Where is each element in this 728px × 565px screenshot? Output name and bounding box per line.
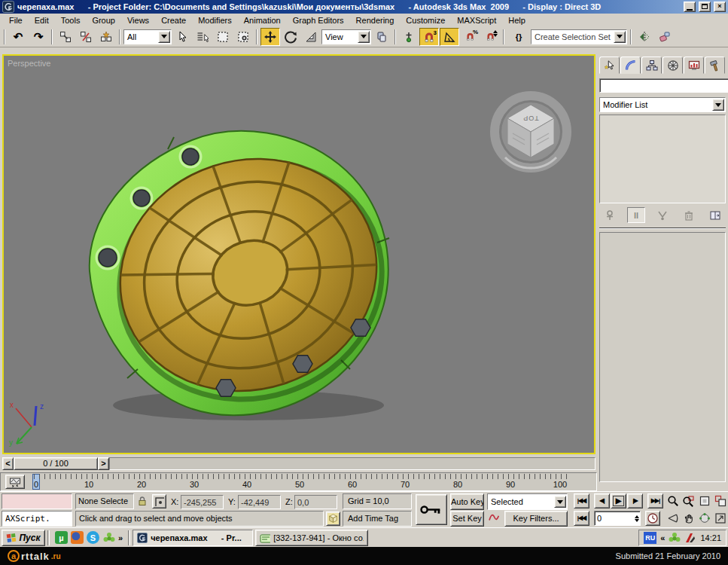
key-filters-button[interactable]: Key Filters... [504,511,568,527]
object-name-field[interactable] [599,78,728,93]
quick-launch-overflow-chevron[interactable]: » [118,533,123,542]
arc-rotate-button[interactable] [697,511,712,526]
set-key-button[interactable]: Set Key [450,511,484,527]
viewcube[interactable]: TOP [488,89,574,176]
tab-motion[interactable] [663,56,683,74]
toolbar-drag-handle[interactable] [4,29,5,44]
track-bar[interactable]: 0 10 20 30 40 50 60 70 80 90 100 [0,472,597,491]
tab-display[interactable] [684,56,704,74]
configure-modifier-sets-button[interactable] [706,207,724,223]
make-unique-button[interactable] [653,207,672,223]
selection-lock-toggle[interactable] [136,495,148,508]
zoom-button[interactable] [666,493,681,508]
mirror-button[interactable] [635,28,654,46]
language-indicator[interactable]: RU [644,532,656,544]
redo-button[interactable]: ↷ [29,28,48,46]
close-button[interactable]: × [714,2,726,12]
menu-graph-editors[interactable]: Graph Editors [287,15,350,26]
dropdown-arrow-icon[interactable] [712,99,724,111]
select-and-move-button[interactable] [260,28,280,46]
field-of-view-button[interactable] [666,511,681,526]
auto-key-button[interactable]: Auto Key [450,493,484,510]
restore-button[interactable] [699,2,711,12]
next-frame-button[interactable]: |▶ [627,493,643,508]
next-frame-arrow[interactable]: > [98,457,109,470]
menu-edit[interactable]: Edit [29,15,55,26]
dropdown-arrow-icon[interactable] [358,31,370,43]
align-button[interactable] [655,28,675,46]
absolute-mode-transform-button[interactable] [152,494,166,508]
selection-filter-dropdown[interactable]: All [123,29,172,44]
x-coordinate-field[interactable]: -245,255 [181,495,224,509]
kaspersky-tray-icon[interactable] [684,532,696,544]
select-object-button[interactable] [172,28,192,46]
reference-coordinate-system-dropdown[interactable]: View [321,29,371,44]
frame-spinner[interactable] [635,515,639,522]
select-and-rotate-button[interactable] [281,28,300,46]
tab-create[interactable] [599,56,620,74]
go-to-end-button[interactable]: ▶▶| [647,493,663,508]
task-button-3dsmax[interactable]: черепаха.max - Pr... [133,530,253,546]
utorrent-icon[interactable]: µ [55,531,68,544]
key-selection-dropdown[interactable]: Selected [487,493,568,510]
pan-view-button[interactable] [681,511,696,526]
default-in-out-tangent-button[interactable] [488,512,501,526]
start-button[interactable]: Пуск [2,530,45,546]
y-coordinate-field[interactable]: -42,449 [238,495,281,509]
add-time-tag[interactable]: Add Time Tag [343,511,412,527]
tray-collapse-chevron[interactable]: « [660,533,665,542]
play-button[interactable]: ▶ [611,493,626,508]
select-by-name-button[interactable] [193,28,212,46]
icq-tray-icon[interactable] [669,532,681,544]
menu-create[interactable]: Create [155,15,192,26]
modifier-list-dropdown[interactable]: Modifier List [599,97,726,112]
select-and-scale-button[interactable] [301,28,321,46]
pin-stack-button[interactable] [601,207,619,223]
z-coordinate-field[interactable]: 0,0 [294,495,337,509]
show-end-result-button[interactable]: II [627,207,645,223]
dropdown-arrow-icon[interactable] [158,31,170,43]
percent-snap-toggle-button[interactable]: % [460,28,480,46]
rectangular-selection-region-button[interactable] [213,28,233,46]
previous-frame-button[interactable]: ◀| [594,493,610,508]
menu-tools[interactable]: Tools [55,15,87,26]
menu-group[interactable]: Group [86,15,121,26]
menu-help[interactable]: Help [502,15,532,26]
unlink-selection-button[interactable] [76,28,96,46]
menu-animation[interactable]: Animation [238,15,287,26]
maxscript-macro-recorder[interactable] [2,493,72,509]
bind-to-space-warp-button[interactable] [96,28,116,46]
tab-modify[interactable] [620,56,641,74]
isolate-cube-button[interactable] [326,512,340,526]
use-pivot-point-center-button[interactable] [372,28,391,46]
icq-flower-icon[interactable] [102,531,115,544]
current-frame-field[interactable] [595,514,628,523]
firefox-icon[interactable] [71,531,84,544]
tab-hierarchy[interactable] [641,56,662,74]
select-and-link-button[interactable] [56,28,75,46]
rollout-area[interactable] [599,232,726,482]
modifier-stack-list[interactable] [599,115,726,203]
remove-modifier-button[interactable] [680,207,698,223]
mini-curve-editor-button[interactable] [5,475,25,489]
undo-button[interactable]: ↶ [8,28,28,46]
menu-customize[interactable]: Customize [400,15,451,26]
time-slider-handle[interactable]: 0 / 100 [14,457,98,470]
menu-maxscript[interactable]: MAXScript [451,15,502,26]
tab-utilities[interactable] [705,56,725,74]
zoom-all-button[interactable] [681,493,696,508]
named-selection-set-dropdown[interactable]: Create Selection Set [531,29,627,44]
spinner-snap-toggle-button[interactable] [480,28,500,46]
previous-frame-arrow[interactable]: < [2,457,14,470]
dropdown-arrow-icon[interactable] [614,31,626,43]
select-and-manipulate-button[interactable] [399,28,419,46]
maxscript-mini-listener[interactable]: AXScript. [2,511,72,527]
menu-modifiers[interactable]: Modifiers [192,15,238,26]
time-configuration-button[interactable] [645,511,660,526]
set-keys-button[interactable] [416,494,447,525]
min-max-toggle-button[interactable] [713,511,728,526]
window-crossing-button[interactable] [233,28,253,46]
skype-icon[interactable]: S [87,531,99,544]
menu-file[interactable]: File [3,15,29,26]
zoom-extents-button[interactable] [697,493,712,508]
